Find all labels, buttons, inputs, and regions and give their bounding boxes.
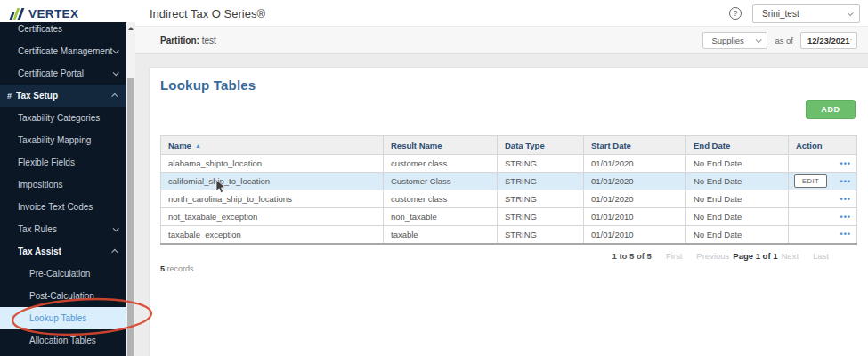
- cell-action: •••: [789, 226, 857, 244]
- chevron-down-icon: [848, 10, 854, 16]
- sidebar-item-pre-calculation[interactable]: Pre-Calculation: [0, 263, 126, 285]
- column-header-start-date[interactable]: Start Date: [584, 136, 686, 155]
- cell-end-date: No End Date: [686, 155, 789, 173]
- chevron-down-icon: [756, 36, 762, 43]
- table-row[interactable]: alabama_shipto_locationcustomer classSTR…: [161, 155, 857, 173]
- sidebar-item-flexible-fields[interactable]: Flexible Fields: [0, 151, 126, 174]
- cell-start-date: 01/01/2020: [584, 173, 686, 190]
- sidebar-item-label: Certificates: [18, 24, 118, 34]
- pagination-page-indicator: Page 1 of 1: [733, 251, 777, 261]
- column-header-action[interactable]: Action: [789, 136, 857, 155]
- sidebar-item-tax-assist[interactable]: Tax Assist: [0, 240, 126, 263]
- column-header-data-type[interactable]: Data Type: [498, 136, 584, 155]
- cell-result-name: customer class: [384, 190, 498, 208]
- cell-end-date: No End Date: [686, 173, 789, 190]
- scroll-up-arrow[interactable]: [128, 27, 134, 30]
- pagination-range: 1 to 5 of 5: [612, 251, 652, 261]
- table-row[interactable]: californial_ship_to_locationCustomer Cla…: [161, 173, 857, 190]
- cell-result-name: non_taxable: [384, 208, 498, 226]
- sidebar-item-certificate-management[interactable]: Certificate Management: [0, 40, 126, 62]
- cell-name: north_carolina_ship_to_locations: [161, 190, 384, 208]
- sidebar-item-certificate-portal[interactable]: Certificate Portal: [0, 62, 126, 85]
- pagination-last[interactable]: Last: [813, 251, 829, 261]
- sidebar-item-impositions[interactable]: Impositions: [0, 174, 126, 196]
- vertex-logo-icon: [10, 7, 25, 20]
- sidebar-item-label: Certificate Portal: [18, 69, 113, 78]
- as-of-date-value: 12/23/2021: [807, 36, 850, 45]
- sidebar-item-certificates[interactable]: Certificates: [0, 22, 126, 40]
- vertex-logo: VERTEX: [10, 5, 78, 21]
- more-actions-button[interactable]: •••: [840, 213, 851, 222]
- vertex-logo-text: VERTEX: [28, 7, 78, 20]
- cell-data-type: STRING: [498, 155, 584, 173]
- user-dropdown[interactable]: Srini_test: [752, 4, 860, 23]
- records-count: 5 records: [160, 264, 194, 273]
- partition-label: Partition:: [160, 36, 199, 45]
- sidebar-item-post-calculation[interactable]: Post-Calculation: [0, 285, 126, 307]
- scrollbar-thumb[interactable]: [127, 78, 134, 356]
- sidebar-item-tax-rules[interactable]: Tax Rules: [0, 218, 126, 240]
- column-header-name[interactable]: Name▲: [161, 136, 384, 155]
- table-row[interactable]: not_taxabale_exceptionnon_taxableSTRING0…: [161, 208, 857, 226]
- sidebar-item-label: Allocation Tables: [29, 336, 118, 345]
- partition-value: test: [202, 36, 216, 45]
- cell-data-type: STRING: [498, 208, 584, 226]
- sidebar-item-taxability-mapping[interactable]: Taxability Mapping: [0, 129, 126, 151]
- chevron-down-icon: [113, 225, 119, 231]
- sidebar-item-label: Lookup Tables: [29, 313, 118, 323]
- sidebar-item-tax-setup[interactable]: #Tax Setup: [0, 85, 126, 107]
- as-of-label: as of: [775, 36, 793, 45]
- cell-start-date: 01/01/2020: [584, 190, 686, 208]
- more-actions-button[interactable]: •••: [840, 195, 851, 204]
- pagination-first[interactable]: First: [666, 251, 682, 261]
- pagination-previous[interactable]: Previous: [696, 251, 729, 261]
- page-title: Lookup Tables: [160, 77, 256, 93]
- sidebar-item-label: Taxability Mapping: [18, 135, 118, 145]
- cell-result-name: customer class: [384, 155, 498, 173]
- sidebar-item-label: Post-Calculation: [29, 291, 118, 301]
- pagination: 1 to 5 of 5 First Previous Page 1 of 1 N…: [612, 251, 829, 261]
- more-actions-button[interactable]: •••: [840, 159, 851, 168]
- help-icon[interactable]: ?: [729, 7, 742, 20]
- pagination-next[interactable]: Next: [781, 251, 799, 261]
- as-of-date-field[interactable]: 12/23/2021: [800, 32, 857, 49]
- more-actions-button[interactable]: •••: [840, 230, 851, 239]
- sidebar-item-invoice-text-codes[interactable]: Invoice Text Codes: [0, 196, 126, 218]
- cell-name: californial_ship_to_location: [161, 173, 384, 190]
- cell-start-date: 01/01/2010: [584, 226, 686, 244]
- cell-data-type: STRING: [498, 190, 584, 208]
- sidebar-item-label: Impositions: [18, 180, 118, 190]
- column-header-end-date[interactable]: End Date: [686, 136, 789, 155]
- add-button[interactable]: ADD: [806, 100, 856, 119]
- cell-name: not_taxabale_exception: [161, 208, 384, 226]
- sidebar-scrollbar[interactable]: [126, 22, 135, 356]
- cell-data-type: STRING: [498, 173, 584, 190]
- sidebar-item-label: Invoice Text Codes: [18, 202, 118, 212]
- app-title: Indirect Tax O Series®: [150, 7, 265, 20]
- sidebar-item-label: Tax Assist: [18, 247, 113, 256]
- edit-button[interactable]: EDIT: [794, 174, 827, 188]
- cell-end-date: No End Date: [686, 190, 789, 208]
- calendar-icon: [850, 36, 852, 44]
- more-actions-button[interactable]: •••: [840, 177, 851, 186]
- cell-result-name: Customer Class: [384, 173, 498, 190]
- sidebar-item-label: Pre-Calculation: [29, 269, 118, 279]
- cell-start-date: 01/01/2020: [584, 155, 686, 173]
- cell-end-date: No End Date: [686, 226, 789, 244]
- table-row[interactable]: north_carolina_ship_to_locationscustomer…: [161, 190, 857, 208]
- chevron-down-icon: [113, 47, 119, 53]
- supplies-dropdown[interactable]: Supplies: [702, 32, 767, 49]
- cell-action: •••: [789, 190, 857, 208]
- sidebar-item-taxability-categories[interactable]: Taxability Categories: [0, 107, 126, 129]
- partition-bar: Partition: test Supplies as of 12/23/202…: [135, 27, 868, 54]
- sidebar-item-allocation-tables[interactable]: Allocation Tables: [0, 329, 126, 352]
- partition-info: Partition: test: [135, 36, 216, 45]
- chevron-down-icon: [113, 69, 119, 76]
- tax-setup-icon: #: [7, 92, 12, 101]
- lookup-tables-table: Name▲Result NameData TypeStart DateEnd D…: [160, 135, 857, 245]
- cell-result-name: taxable: [384, 226, 498, 244]
- column-header-result-name[interactable]: Result Name: [384, 136, 498, 155]
- sort-ascending-icon: ▲: [195, 142, 201, 149]
- sidebar-item-lookup-tables[interactable]: Lookup Tables: [0, 307, 126, 329]
- table-row[interactable]: taxabale_exceptiontaxableSTRING01/01/201…: [161, 226, 857, 244]
